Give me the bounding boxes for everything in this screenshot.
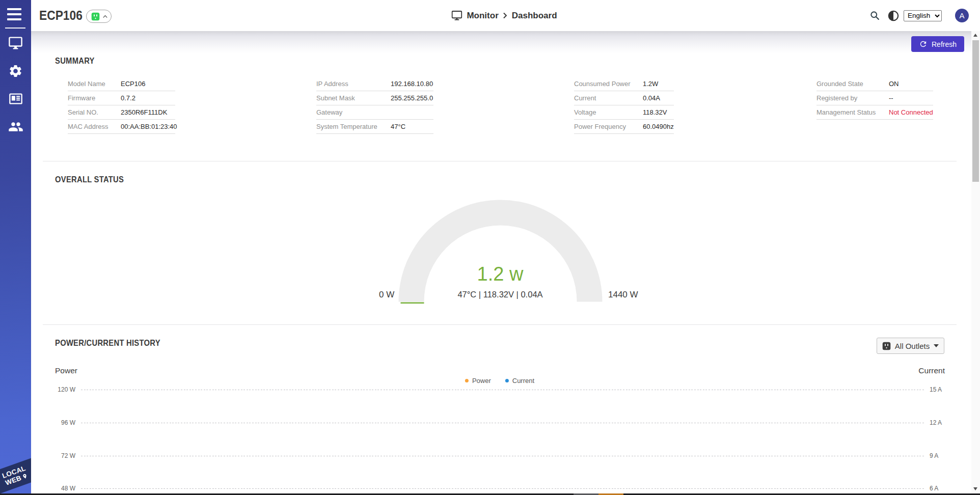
summary-row: Grounded StateON xyxy=(816,77,933,91)
device-status-badge[interactable] xyxy=(86,10,112,23)
header: ECP106 Monitor Dashboard xyxy=(31,0,980,31)
page-title: ECP106 xyxy=(39,0,83,31)
scrollbar-down-icon[interactable] xyxy=(973,487,977,490)
gauge-value: 1.2 w xyxy=(477,264,524,284)
search-button[interactable] xyxy=(866,10,883,21)
summary-row: System Temperature47°C xyxy=(316,120,433,134)
left-tick-label: 72 W xyxy=(50,452,75,460)
outlet-icon xyxy=(882,342,891,350)
map-pin-icon xyxy=(21,473,29,481)
right-tick-label: 9 A xyxy=(930,452,960,460)
avatar[interactable]: A xyxy=(955,9,969,22)
scrollbar-up-icon[interactable] xyxy=(973,34,977,37)
right-tick-label: 12 A xyxy=(930,419,960,427)
hamburger-menu-icon xyxy=(7,8,21,10)
left-tick-label: 120 W xyxy=(50,386,75,394)
overall-status-heading: OVERALL STATUS xyxy=(55,175,124,184)
power-gauge xyxy=(387,194,614,306)
caret-down-icon xyxy=(934,344,939,347)
gauge-progress xyxy=(401,302,424,304)
summary-heading: SUMMARY xyxy=(55,57,95,65)
summary-row: IP Address192.168.10.80 xyxy=(316,77,433,91)
sidebar-item-monitor[interactable] xyxy=(0,32,31,53)
gauge-sub-label: 47°C | 118.32V | 0.04A xyxy=(457,290,542,299)
breadcrumb-item-dashboard[interactable]: Dashboard xyxy=(512,11,557,21)
summary-column-3: Counsumed Power1.2W Current0.04A Voltage… xyxy=(574,77,674,134)
summary-row: MAC Address00:AA:BB:01:23:40 xyxy=(68,120,175,134)
chevron-right-icon xyxy=(503,12,507,19)
summary-column-2: IP Address192.168.10.80 Subnet Mask255.2… xyxy=(316,77,433,134)
management-status-value: Not Connected xyxy=(889,108,933,116)
monitor-icon xyxy=(8,36,23,50)
summary-column-4: Grounded StateON Registered by-- Managem… xyxy=(816,77,933,120)
refresh-button[interactable]: Refresh xyxy=(911,36,964,52)
summary-row: Registered by-- xyxy=(816,91,933,105)
right-tick-label: 6 A xyxy=(930,484,960,492)
monitor-icon xyxy=(451,11,462,20)
header-shadow xyxy=(31,31,980,53)
summary-row: Subnet Mask255.255.255.0 xyxy=(316,91,433,105)
gear-icon xyxy=(8,64,23,78)
outlet-filter-label: All Outlets xyxy=(895,342,930,350)
current-series-dot xyxy=(505,379,509,382)
summary-row: Model NameECP106 xyxy=(68,77,175,91)
chart-gridline xyxy=(81,456,924,456)
left-tick-label: 96 W xyxy=(50,419,75,427)
legend-item-power[interactable]: Power xyxy=(465,377,491,384)
outlet-icon xyxy=(91,12,100,21)
outlet-filter-button[interactable]: All Outlets xyxy=(877,338,944,354)
chart-gridline xyxy=(81,390,924,390)
breadcrumb-item-monitor[interactable]: Monitor xyxy=(467,11,498,21)
breadcrumb: Monitor Dashboard xyxy=(451,0,557,31)
refresh-icon xyxy=(919,40,928,48)
gauge-max-label: 1440 W xyxy=(608,290,638,300)
summary-row: Serial NO.2350R6F111DK xyxy=(68,105,175,120)
summary-row: Management StatusNot Connected xyxy=(816,105,933,120)
power-series-dot xyxy=(465,379,469,382)
language-select[interactable]: English xyxy=(904,10,942,21)
summary-row: Voltage118.32V xyxy=(574,105,674,120)
section-separator xyxy=(43,324,957,325)
theme-toggle-button[interactable] xyxy=(883,10,904,21)
users-icon xyxy=(8,119,23,134)
sidebar-item-users[interactable] xyxy=(0,116,31,138)
chart-gridline xyxy=(81,488,924,489)
report-icon xyxy=(9,92,23,106)
sidebar: LOCAL WEB xyxy=(0,0,31,495)
chart-gridline xyxy=(81,423,924,423)
summary-row: Current0.04A xyxy=(574,91,674,105)
legend-item-current[interactable]: Current xyxy=(505,377,534,384)
refresh-button-label: Refresh xyxy=(932,40,957,48)
left-axis-title: Power xyxy=(55,366,77,375)
section-separator xyxy=(43,161,957,161)
sidebar-item-logs[interactable] xyxy=(0,88,31,109)
history-heading: POWER/CURRENT HISTORY xyxy=(55,339,160,347)
chevron-up-icon xyxy=(103,15,107,18)
right-tick-label: 15 A xyxy=(930,386,960,394)
scrollbar-thumb[interactable] xyxy=(972,40,979,182)
header-actions: English A xyxy=(866,0,969,31)
gauge-min-label: 0 W xyxy=(379,290,394,300)
contrast-icon xyxy=(888,10,899,21)
sidebar-item-settings[interactable] xyxy=(0,60,31,81)
chart-legend: Power Current xyxy=(465,377,534,384)
sidebar-divider xyxy=(5,28,25,29)
search-icon xyxy=(869,10,880,21)
summary-row: Firmware0.7.2 xyxy=(68,91,175,105)
summary-row: Gateway xyxy=(316,105,433,120)
summary-row: Counsumed Power1.2W xyxy=(574,77,674,91)
summary-column-1: Model NameECP106 Firmware0.7.2 Serial NO… xyxy=(68,77,175,134)
left-tick-label: 48 W xyxy=(50,484,75,492)
right-axis-title: Current xyxy=(896,366,945,375)
hamburger-menu-button[interactable] xyxy=(7,8,21,20)
summary-row: Power Frequency60.0490hz xyxy=(574,120,674,134)
